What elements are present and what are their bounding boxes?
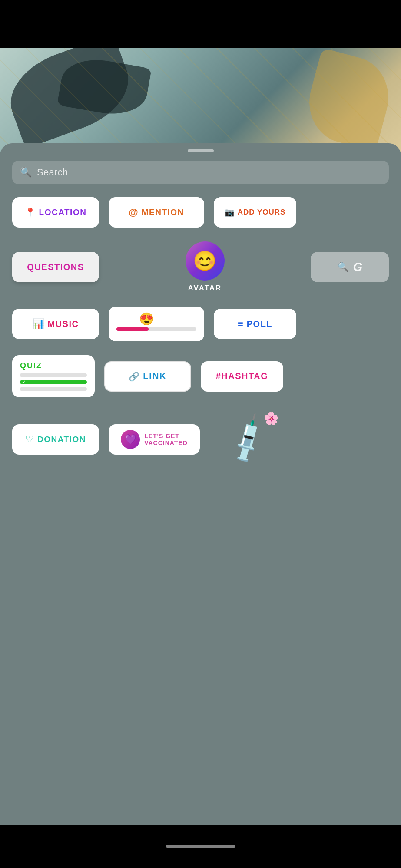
- slider-emoji: 😍: [139, 312, 154, 326]
- vacc-line2: VACCINATED: [144, 439, 188, 446]
- donation-heart-icon: ♡: [25, 434, 34, 445]
- poll-label: POLL: [247, 319, 272, 329]
- vaccinated-text: LET'S GET VACCINATED: [144, 432, 188, 446]
- stickers-grid: 📍 LOCATION @ MENTION 📷 ADD YOURS QUESTIO…: [0, 197, 401, 468]
- music-bars-icon: 📊: [33, 318, 44, 330]
- gif-search-sticker[interactable]: 🔍 G: [311, 252, 389, 282]
- location-sticker[interactable]: 📍 LOCATION: [12, 197, 99, 228]
- slider-track: [116, 327, 196, 331]
- donation-sticker[interactable]: ♡ DONATION: [12, 424, 99, 455]
- sticker-sheet-panel: 🔍 Search 📍 LOCATION @ MENTION 📷 ADD YOUR…: [0, 143, 401, 825]
- quiz-checkmark: ✓: [22, 379, 26, 385]
- questions-sticker[interactable]: QUESTIONS: [12, 252, 99, 282]
- home-indicator[interactable]: [166, 845, 235, 848]
- avatar-face-icon: 😊: [193, 250, 217, 272]
- quiz-bar-empty-bottom: [20, 387, 87, 391]
- quiz-bar-filled: ✓: [20, 380, 87, 384]
- sticker-row-4: QUIZ ✓ 🔗 LINK #HASHTAG: [12, 355, 389, 397]
- poll-lines-icon: ≡: [238, 318, 243, 330]
- gif-search-icon: 🔍: [337, 261, 349, 273]
- location-label: LOCATION: [39, 208, 87, 217]
- vacc-line1: LET'S GET: [144, 432, 179, 439]
- sticker-row-3: 📊 MUSIC 😍 ≡ POLL: [12, 307, 389, 341]
- top-status-bar: [0, 0, 401, 48]
- search-icon: 🔍: [20, 167, 32, 178]
- vaccinated-sticker[interactable]: 💜 LET'S GET VACCINATED: [109, 424, 200, 455]
- mention-at-icon: @: [129, 207, 138, 218]
- heart-hands-icon: 💜: [125, 434, 136, 445]
- slider-fill: [116, 327, 149, 331]
- drag-handle[interactable]: [188, 149, 214, 152]
- vaccinated-icon: 💜: [121, 430, 140, 449]
- link-sticker[interactable]: 🔗 LINK: [104, 361, 191, 392]
- quiz-bar-empty-top: [20, 373, 87, 377]
- gif-label: G: [353, 260, 363, 274]
- quiz-sticker[interactable]: QUIZ ✓: [12, 355, 95, 397]
- avatar-sticker[interactable]: 😊 AVATAR: [109, 241, 301, 293]
- link-icon: 🔗: [129, 371, 139, 382]
- hashtag-sticker[interactable]: #HASHTAG: [201, 361, 283, 392]
- avatar-circle: 😊: [186, 241, 225, 281]
- search-bar[interactable]: 🔍 Search: [12, 161, 389, 184]
- needle-sticker[interactable]: 🌸 💉: [209, 411, 288, 468]
- hashtag-label: #HASHTAG: [216, 371, 268, 381]
- donation-label: DONATION: [37, 435, 86, 444]
- link-label: LINK: [143, 371, 167, 381]
- camera-icon: 📷: [225, 208, 234, 217]
- sticker-row-2: QUESTIONS 😊 AVATAR 🔍 G: [12, 241, 389, 293]
- sticker-row-1: 📍 LOCATION @ MENTION 📷 ADD YOURS: [12, 197, 389, 228]
- poll-sticker[interactable]: ≡ POLL: [214, 309, 296, 339]
- addyours-label: ADD YOURS: [238, 208, 286, 217]
- search-placeholder: Search: [37, 167, 68, 178]
- bottom-bar: [0, 825, 401, 868]
- music-label: MUSIC: [48, 319, 79, 329]
- addyours-sticker[interactable]: 📷 ADD YOURS: [214, 197, 296, 228]
- location-icon: 📍: [25, 207, 36, 218]
- sticker-row-5: ♡ DONATION 💜 LET'S GET VACCINATED 🌸 💉: [12, 411, 389, 468]
- questions-label: QUESTIONS: [27, 262, 84, 272]
- sparkle-icon: 🌸: [264, 411, 279, 426]
- avatar-label: AVATAR: [188, 284, 222, 293]
- emoji-slider-sticker[interactable]: 😍: [109, 307, 204, 341]
- music-sticker[interactable]: 📊 MUSIC: [12, 309, 99, 339]
- mention-sticker[interactable]: @ MENTION: [109, 197, 204, 228]
- mention-label: MENTION: [142, 208, 184, 217]
- quiz-title: QUIZ: [20, 361, 42, 370]
